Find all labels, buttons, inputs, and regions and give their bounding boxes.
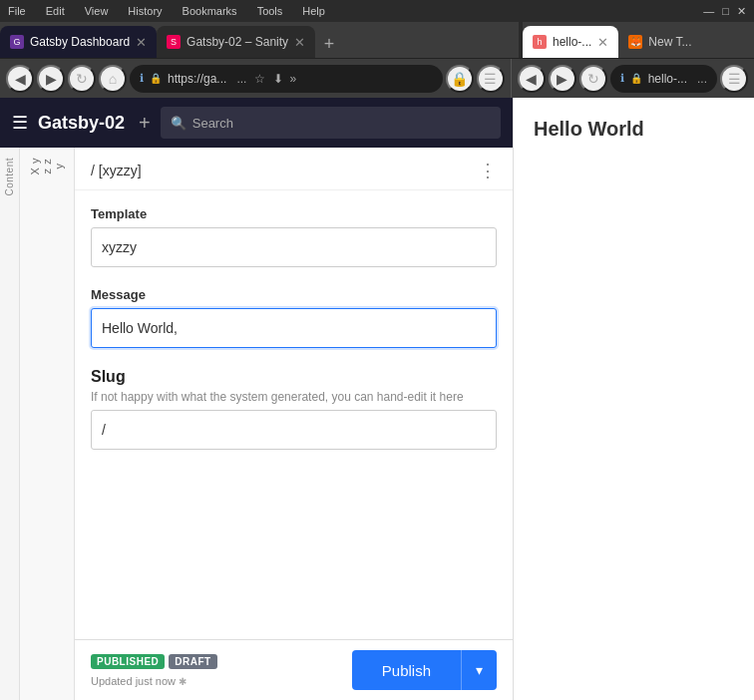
tab-sanity[interactable]: S Gatsby-02 – Sanity ✕	[157, 26, 315, 58]
cms-content-area: / [xyzzy] ⋮ Template Message	[75, 148, 513, 700]
preview-title: Hello World	[534, 118, 644, 140]
tab-hello-close[interactable]: ✕	[597, 35, 608, 50]
badges-row: PUBLISHED DRAFT	[91, 654, 217, 669]
back-btn-left[interactable]: ◀	[6, 65, 34, 93]
tab-new-label: New T...	[648, 35, 691, 49]
draft-badge: DRAFT	[169, 654, 216, 669]
url-bar-left[interactable]: ℹ 🔒 https://ga... ... ☆ ⬇ »	[130, 65, 443, 93]
back-btn-right[interactable]: ◀	[518, 65, 546, 93]
url-info-icon: ℹ	[140, 72, 144, 85]
status-area: PUBLISHED DRAFT Updated just now ✱	[91, 654, 217, 687]
menu-tools[interactable]: Tools	[257, 5, 283, 17]
tab-gatsby-close[interactable]: ✕	[136, 35, 147, 50]
refresh-btn-left[interactable]: ↻	[68, 65, 96, 93]
tab-hello-label: hello-...	[553, 35, 591, 49]
tab-sanity-label: Gatsby-02 – Sanity	[187, 35, 288, 49]
cms-header: ☰ Gatsby-02 + 🔍 Search	[0, 98, 513, 148]
tab-sanity-close[interactable]: ✕	[294, 35, 305, 50]
cms-body: Content X yz zy / [xyzzy] ⋮	[0, 148, 513, 700]
win-maximize[interactable]: □	[722, 5, 729, 18]
right-url-info: ℹ	[620, 72, 624, 85]
message-field-group: Message	[91, 287, 497, 348]
right-url-more[interactable]: ...	[697, 72, 707, 86]
search-icon: 🔍	[171, 116, 187, 131]
side-labels: Content	[0, 148, 20, 700]
cms-panel: ☰ Gatsby-02 + 🔍 Search Content X yz zy	[0, 98, 514, 700]
publish-dropdown-button[interactable]: ▾	[461, 650, 497, 690]
cms-menu-icon[interactable]: ☰	[12, 112, 28, 134]
cms-title: Gatsby-02	[38, 113, 125, 134]
browser-window: File Edit View Gatsby Dashboard History …	[0, 0, 754, 700]
tab-gatsby[interactable]: G Gatsby Dashboard ✕	[0, 26, 157, 58]
tab-new[interactable]: 🦊 New T...	[618, 26, 701, 58]
cms-sidebar: X yz zy	[20, 148, 75, 700]
forward-btn-left[interactable]: ▶	[37, 65, 65, 93]
preview-content: Hello World	[514, 98, 754, 700]
menu-file[interactable]: File	[8, 5, 26, 17]
slug-field-group: Slug If not happy with what the system g…	[91, 368, 497, 450]
menu-history-label[interactable]: History	[128, 5, 162, 17]
url-extra[interactable]: »	[289, 72, 296, 86]
url-download-icon[interactable]: ⬇	[273, 72, 283, 86]
menu-btn-left[interactable]: ☰	[477, 65, 505, 93]
right-url-lock: 🔒	[630, 73, 642, 84]
message-input[interactable]	[91, 308, 497, 348]
extensions-btn[interactable]: 🔒	[446, 65, 474, 93]
url-text-left: https://ga...	[168, 72, 226, 86]
slug-hint: If not happy with what the system genera…	[91, 390, 497, 404]
template-input[interactable]	[91, 227, 497, 267]
hello-favicon: h	[533, 35, 547, 49]
updated-text: Updated just now ✱	[91, 675, 217, 687]
published-badge: PUBLISHED	[91, 654, 165, 669]
chevron-down-icon: ▾	[476, 662, 483, 678]
doc-header: / [xyzzy] ⋮	[75, 148, 513, 190]
slug-input[interactable]	[91, 410, 497, 450]
url-bookmark-icon[interactable]: ☆	[254, 72, 265, 86]
sidebar-xyz-label: X yz zy	[29, 158, 65, 175]
doc-menu-btn[interactable]: ⋮	[479, 160, 497, 181]
slug-label: Slug	[91, 368, 497, 386]
doc-path: / [xyzzy]	[91, 163, 142, 178]
url-more[interactable]: ...	[236, 72, 246, 86]
template-field-group: Template	[91, 206, 497, 267]
template-label: Template	[91, 206, 497, 221]
doc-form: Template Message Slug If not happy with …	[75, 190, 513, 639]
menu-btn-right[interactable]: ☰	[720, 65, 748, 93]
new-tab-button[interactable]: +	[315, 30, 343, 58]
tab-hello[interactable]: h hello-... ✕	[523, 26, 618, 58]
updated-icon: ✱	[179, 676, 187, 687]
menu-view[interactable]: View	[85, 5, 109, 17]
cms-search-bar[interactable]: 🔍 Search	[161, 107, 501, 139]
cms-bottom-bar: PUBLISHED DRAFT Updated just now ✱ Publi…	[75, 639, 513, 700]
menu-help[interactable]: Help	[302, 5, 325, 17]
tab-gatsby-label: Gatsby Dashboard	[30, 35, 130, 49]
menu-bookmarks[interactable]: Bookmarks	[183, 5, 237, 17]
refresh-btn-right[interactable]: ↻	[579, 65, 607, 93]
forward-btn-right[interactable]: ▶	[549, 65, 576, 93]
search-placeholder: Search	[192, 116, 233, 131]
gatsby-favicon: G	[10, 35, 24, 49]
message-label: Message	[91, 287, 497, 302]
url-bar-right[interactable]: ℹ 🔒 hello-... ...	[610, 65, 717, 93]
win-close[interactable]: ✕	[737, 5, 746, 18]
win-minimize[interactable]: —	[703, 5, 714, 18]
main-area: ☰ Gatsby-02 + 🔍 Search Content X yz zy	[0, 98, 754, 700]
new-favicon: 🦊	[628, 35, 642, 49]
content-label: Content	[4, 158, 15, 196]
publish-btn-group: Publish ▾	[352, 650, 497, 690]
menu-edit[interactable]: Edit	[46, 5, 65, 17]
url-lock-icon: 🔒	[150, 73, 162, 84]
sanity-favicon: S	[167, 35, 181, 49]
home-btn-left[interactable]: ⌂	[99, 65, 127, 93]
right-url-text: hello-...	[648, 72, 687, 86]
preview-panel: Hello World	[514, 98, 754, 700]
publish-button[interactable]: Publish	[352, 650, 461, 690]
cms-add-btn[interactable]: +	[139, 112, 151, 135]
